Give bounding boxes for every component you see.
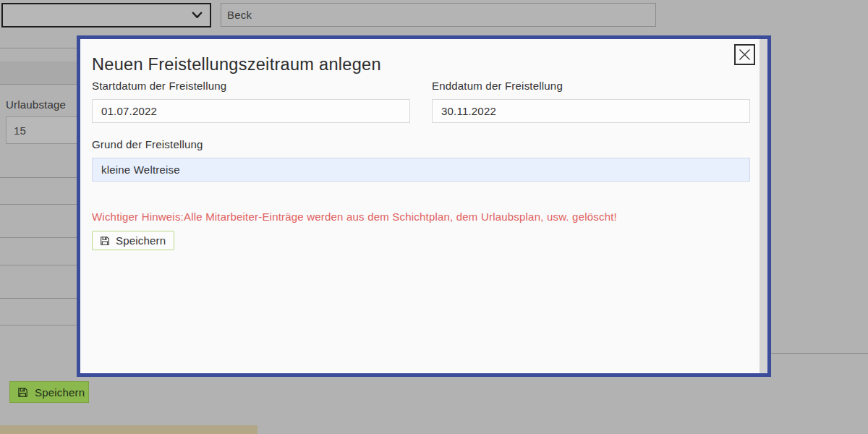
- warning-text: Wichtiger Hinweis:Alle Mitarbeiter-Eintr…: [92, 210, 617, 223]
- end-date-label: Enddatum der Freistellung: [432, 80, 563, 92]
- background-bottom-band: [0, 425, 258, 434]
- close-button[interactable]: [734, 44, 755, 65]
- reason-label: Grund der Freistellung: [92, 138, 203, 150]
- freistellung-modal: Neuen Freistellungszeitraum anlegen Star…: [77, 35, 771, 377]
- close-icon: [737, 47, 752, 62]
- background-row-divider: [771, 353, 868, 354]
- modal-scrollbar-track[interactable]: [760, 39, 767, 373]
- vacation-days-input[interactable]: [6, 116, 78, 144]
- background-dropdown[interactable]: [1, 3, 211, 27]
- background-save-label: Speichern: [35, 386, 85, 399]
- modal-title: Neuen Freistellungszeitraum anlegen: [92, 55, 381, 75]
- name-search-input[interactable]: [221, 3, 656, 27]
- modal-save-button[interactable]: Speichern: [92, 231, 174, 250]
- floppy-disk-icon: [99, 235, 111, 247]
- start-date-label: Startdatum der Freistellung: [92, 80, 226, 92]
- floppy-disk-icon: [17, 386, 29, 399]
- background-save-button[interactable]: Speichern: [9, 381, 89, 403]
- app-screen: Urlaubstage Speichern Neuen Freistellung…: [0, 0, 868, 434]
- chevron-down-icon: [192, 12, 203, 19]
- vacation-days-label: Urlaubstage: [6, 98, 66, 111]
- reason-input[interactable]: [92, 158, 750, 182]
- start-date-input[interactable]: [92, 99, 410, 123]
- modal-save-label: Speichern: [116, 234, 166, 247]
- end-date-input[interactable]: [432, 99, 750, 123]
